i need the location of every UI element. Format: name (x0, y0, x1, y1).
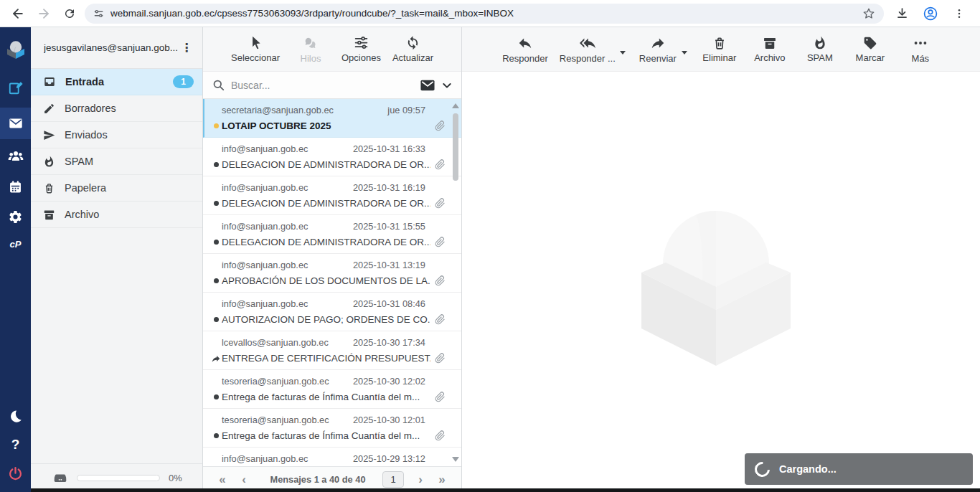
reply-all-menu-caret[interactable] (620, 27, 627, 72)
next-page-button[interactable]: › (411, 473, 430, 487)
message-row[interactable]: info@sanjuan.gob.ec 2025-10-31 16:33 DEL… (203, 138, 461, 176)
compose-button[interactable] (0, 73, 31, 102)
message-subject: LOTAIP OCTUBRE 2025 (222, 117, 430, 135)
folder-item-enviados[interactable]: Enviados (31, 122, 202, 148)
quota-percent: 0% (169, 473, 182, 483)
message-preview-area: Cargando... (462, 72, 980, 492)
message-sender: secretaria@sanjuan.gob.ec (222, 104, 382, 117)
mail-tab[interactable] (0, 108, 31, 139)
message-subject: DELEGACION DE ADMINISTRADORA DE OR... (222, 194, 430, 212)
prev-page-button[interactable]: ‹ (235, 473, 253, 487)
message-row[interactable]: tesoreria@sanjuan.gob.ec 2025-10-30 12:0… (203, 370, 461, 409)
search-scope-mail-icon[interactable] (420, 78, 435, 93)
search-options-chevron-icon[interactable] (441, 80, 453, 91)
message-row[interactable]: tesoreria@sanjuan.gob.ec 2025-10-30 12:0… (203, 409, 461, 448)
more-button[interactable]: Más (901, 35, 940, 64)
pagination-summary: Mensajes 1 a 40 de 40 (256, 474, 380, 485)
settings-tab[interactable] (0, 202, 31, 231)
message-status-icon (210, 354, 222, 364)
scroll-down-icon[interactable] (452, 457, 459, 462)
trash-icon (712, 36, 727, 50)
message-row[interactable]: info@sanjuan.gob.ec 2025-10-31 08:46 AUT… (203, 293, 461, 331)
folder-item-papelera[interactable]: Papelera (31, 175, 202, 202)
message-date: 2025-10-29 13:12 (353, 453, 425, 465)
contacts-tab[interactable] (0, 142, 31, 171)
site-settings-icon[interactable] (93, 8, 105, 19)
roundcube-logo-icon (0, 33, 31, 65)
reply-button[interactable]: Responder (502, 35, 548, 64)
attachment-icon (435, 237, 446, 247)
message-sender: info@sanjuan.gob.ec (222, 453, 347, 465)
folder-item-entrada[interactable]: Entrada 1 (31, 69, 202, 95)
help-button[interactable]: ? (0, 430, 31, 459)
folder-item-archivo[interactable]: Archivo (31, 202, 202, 228)
search-input[interactable] (231, 80, 414, 91)
message-row[interactable]: lcevallos@sanjuan.gob.ec 2025-10-30 17:3… (203, 331, 461, 370)
message-sender: info@sanjuan.gob.ec (222, 181, 347, 194)
message-subject: DELEGACION DE ADMINISTRADORA DE OR... (222, 156, 430, 174)
bookmark-star-icon[interactable] (862, 7, 875, 20)
logout-button[interactable] (0, 459, 31, 488)
browser-toolbar: webmail.sanjuan.gob.ec/cpsess7753063093/… (0, 0, 980, 27)
dark-mode-toggle[interactable] (0, 402, 31, 430)
attachment-icon (435, 392, 446, 402)
forward-button[interactable]: Reenviar (639, 35, 677, 64)
folder-item-borradores[interactable]: Borradores (31, 95, 202, 122)
refresh-button[interactable]: Actualizar (392, 35, 433, 63)
scrollbar-thumb[interactable] (453, 113, 458, 181)
message-sender: tesoreria@sanjuan.gob.ec (222, 375, 347, 388)
download-icon[interactable] (891, 3, 913, 24)
menu-kebab-icon[interactable] (948, 3, 970, 24)
forward-menu-caret[interactable] (682, 27, 689, 72)
list-toolbar: Seleccionar Hilos Opciones Actualizar (203, 27, 461, 72)
message-row[interactable]: info@sanjuan.gob.ec 2025-10-31 16:19 DEL… (203, 176, 461, 215)
message-date: 2025-10-30 17:34 (353, 336, 425, 349)
spam-button[interactable]: SPAM (801, 36, 839, 63)
list-scrollbar[interactable] (451, 100, 460, 465)
taskbar-strip (31, 488, 980, 492)
message-row[interactable]: info@sanjuan.gob.ec 2025-10-29 13:12 (203, 448, 461, 466)
message-date: 2025-10-31 16:33 (353, 143, 425, 156)
account-menu-kebab-icon[interactable]: ⋮ (178, 41, 195, 55)
message-sender: info@sanjuan.gob.ec (222, 298, 347, 311)
cpanel-icon[interactable]: cP (0, 232, 31, 255)
attachment-icon (435, 159, 446, 170)
message-status-icon (210, 278, 222, 283)
select-button[interactable]: Seleccionar (231, 35, 280, 63)
scroll-up-icon[interactable] (452, 103, 459, 108)
url-text[interactable]: webmail.sanjuan.gob.ec/cpsess7753063093/… (110, 8, 857, 19)
profile-icon[interactable] (920, 3, 941, 24)
message-row[interactable]: secretaria@sanjuan.gob.ec jue 09:57 LOTA… (203, 99, 461, 138)
archive-icon (43, 209, 55, 221)
calendar-tab[interactable] (0, 172, 31, 201)
options-sliders-icon (354, 35, 369, 50)
message-date: 2025-10-31 15:55 (353, 220, 425, 233)
threads-button[interactable]: Hilos (291, 35, 330, 64)
quota-bar (77, 475, 160, 481)
spinner-icon (752, 458, 773, 480)
back-arrow-icon[interactable] (7, 3, 29, 24)
address-bar[interactable]: webmail.sanjuan.gob.ec/cpsess7753063093/… (85, 4, 884, 24)
message-sender: lcevallos@sanjuan.gob.ec (222, 336, 347, 349)
reply-all-icon (580, 35, 595, 51)
mark-button[interactable]: Marcar (851, 36, 890, 63)
page-number-input[interactable]: 1 (382, 471, 404, 488)
archive-button[interactable]: Archivo (750, 36, 789, 63)
forward-icon (650, 35, 666, 51)
fire-icon (43, 156, 55, 168)
message-row[interactable]: info@sanjuan.gob.ec 2025-10-31 13:19 APR… (203, 254, 461, 293)
forwarded-icon (211, 354, 221, 364)
first-page-button[interactable]: « (213, 473, 232, 487)
last-page-button[interactable]: » (433, 473, 451, 487)
loading-label: Cargando... (779, 463, 837, 475)
refresh-icon (405, 35, 420, 50)
search-icon (212, 78, 225, 92)
delete-button[interactable]: Eliminar (700, 36, 739, 63)
reply-all-button[interactable]: Responder ... (560, 35, 616, 64)
options-button[interactable]: Opciones (341, 35, 381, 63)
message-row[interactable]: info@sanjuan.gob.ec 2025-10-31 15:55 DEL… (203, 215, 461, 254)
message-status-icon (210, 394, 222, 399)
folder-item-spam[interactable]: SPAM (31, 148, 202, 175)
forward-arrow-icon[interactable] (33, 3, 55, 24)
reload-icon[interactable] (59, 3, 80, 24)
